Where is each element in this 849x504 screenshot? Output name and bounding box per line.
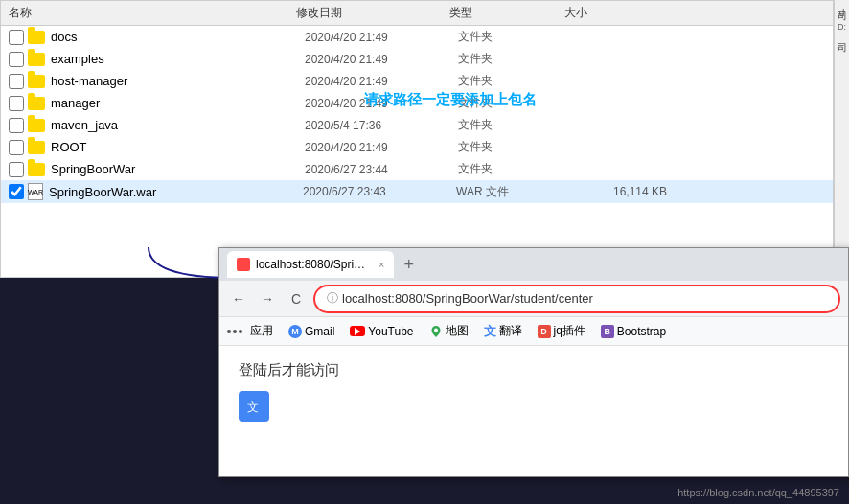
bookmark-maps[interactable]: 地图 [424, 321, 474, 341]
translate-icon: 文 [484, 323, 496, 340]
file-checkbox[interactable] [9, 96, 24, 111]
table-row[interactable]: examples2020/4/20 21:49文件夹 [1, 48, 833, 70]
table-row[interactable]: ROOT2020/4/20 21:49文件夹 [1, 136, 833, 158]
folder-icon [28, 119, 45, 132]
file-type: WAR 文件 [456, 184, 571, 200]
file-checkbox[interactable] [9, 30, 24, 45]
forward-button[interactable]: → [256, 287, 279, 310]
dark-bg-area [0, 278, 218, 504]
refresh-button[interactable]: C [285, 287, 308, 310]
table-row[interactable]: WARSpringBoorWar.war2020/6/27 23:43WAR 文… [1, 180, 833, 203]
right-sidebar: 司 d D: 司 [834, 0, 849, 278]
folder-icon [28, 31, 45, 44]
new-tab-button[interactable]: + [398, 255, 420, 275]
file-checkbox[interactable] [9, 184, 24, 199]
file-name: SpringBoorWar [51, 162, 305, 176]
dot [227, 330, 231, 333]
col-header-size: 大小 [564, 5, 660, 21]
browser-window: localhost:8080/SpringBoorWa... × + ← → C… [218, 247, 849, 477]
back-button[interactable]: ← [227, 287, 250, 310]
bookmark-gmail-label: Gmail [305, 325, 334, 338]
folder-icon [28, 53, 45, 66]
address-bar-input[interactable] [342, 291, 827, 306]
file-checkbox[interactable] [9, 162, 24, 177]
page-main-text: 登陆后才能访问 [239, 361, 829, 379]
table-row[interactable]: host-manager2020/4/20 21:49文件夹 [1, 70, 833, 92]
file-name: manager [51, 96, 305, 110]
bookmark-youtube[interactable]: YouTube [344, 323, 419, 340]
bookmark-translate-label: 翻译 [499, 323, 522, 339]
file-name: host-manager [51, 74, 305, 88]
table-row[interactable]: maven_java2020/5/4 17:36文件夹 [1, 114, 833, 136]
apps-label: 应用 [250, 323, 273, 339]
youtube-icon [350, 326, 365, 336]
bookmarks-bar: 应用 M Gmail YouTube 地图 文 翻译 [219, 317, 848, 346]
file-date: 2020/4/20 21:49 [305, 53, 458, 66]
file-type: 文件夹 [458, 51, 573, 67]
apps-grid-icon [227, 330, 242, 333]
file-type: 文件夹 [458, 139, 573, 155]
file-icon: WAR [28, 183, 43, 200]
browser-nav-bar: ← → C ⓘ [219, 281, 848, 317]
file-date: 2020/6/27 23:44 [305, 163, 458, 176]
file-type: 文件夹 [458, 161, 573, 177]
maps-icon [429, 325, 443, 338]
file-name: examples [51, 52, 305, 66]
tab-favicon-icon [237, 258, 250, 271]
table-row[interactable]: docs2020/4/20 21:49文件夹 [1, 26, 833, 48]
bookmark-youtube-label: YouTube [368, 325, 413, 338]
bookmark-jq[interactable]: D jq插件 [532, 321, 591, 341]
file-name: ROOT [51, 140, 305, 154]
tab-title: localhost:8080/SpringBoorWa... [256, 258, 371, 271]
bookmark-jq-label: jq插件 [554, 323, 585, 339]
col-header-type: 类型 [449, 5, 564, 21]
file-date: 2020/6/27 23:43 [303, 185, 456, 198]
bookmark-translate[interactable]: 文 翻译 [478, 321, 528, 342]
translate-widget-icon: 文 [239, 391, 269, 422]
gmail-icon: M [288, 325, 302, 338]
dot [239, 330, 242, 333]
file-date: 2020/4/20 21:49 [305, 31, 458, 44]
browser-tab-bar: localhost:8080/SpringBoorWa... × + [219, 248, 848, 281]
sidebar-char-2: d [839, 8, 845, 18]
col-header-name: 名称 [9, 5, 296, 21]
sidebar-char-3: D: [838, 22, 846, 32]
jq-icon: D [538, 325, 551, 338]
bookmark-gmail[interactable]: M Gmail [283, 323, 340, 340]
bookmark-bootstrap[interactable]: B Bootstrap [595, 323, 672, 340]
svg-point-1 [434, 328, 438, 332]
file-checkbox[interactable] [9, 140, 24, 155]
browser-tab[interactable]: localhost:8080/SpringBoorWa... × [227, 251, 394, 278]
col-header-date: 修改日期 [296, 5, 449, 21]
file-type: 文件夹 [458, 29, 573, 45]
folder-icon [28, 141, 45, 154]
dot [233, 330, 237, 333]
page-content: 登陆后才能访问 文 [219, 346, 848, 437]
file-date: 2020/4/20 21:49 [305, 141, 458, 154]
translate-widget[interactable]: 文 [239, 391, 829, 422]
folder-icon [28, 75, 45, 88]
table-row[interactable]: SpringBoorWar2020/6/27 23:44文件夹 [1, 158, 833, 180]
file-name: maven_java [51, 118, 305, 132]
watermark: https://blog.csdn.net/qq_44895397 [677, 487, 839, 498]
file-checkbox[interactable] [9, 118, 24, 133]
folder-icon [28, 163, 45, 176]
file-explorer: 名称 修改日期 类型 大小 docs2020/4/20 21:49文件夹exam… [0, 0, 834, 278]
file-list: docs2020/4/20 21:49文件夹examples2020/4/20 … [1, 26, 833, 265]
file-checkbox[interactable] [9, 74, 24, 89]
bookmark-maps-label: 地图 [446, 323, 469, 339]
file-date: 2020/4/20 21:49 [305, 75, 458, 88]
address-lock-icon: ⓘ [327, 290, 338, 307]
folder-icon [28, 97, 45, 110]
file-date: 2020/5/4 17:36 [305, 119, 458, 132]
tab-close-button[interactable]: × [379, 259, 384, 270]
annotation-bubble: 请求路径一定要添加上包名 [364, 91, 537, 109]
address-bar-wrapper[interactable]: ⓘ [313, 285, 840, 313]
file-type: 文件夹 [458, 73, 573, 89]
bootstrap-icon: B [601, 325, 614, 338]
file-size: 16,114 KB [571, 185, 667, 198]
bookmark-bootstrap-label: Bootstrap [617, 325, 666, 338]
file-type: 文件夹 [458, 117, 573, 133]
file-checkbox[interactable] [9, 52, 24, 67]
apps-launcher[interactable] [227, 330, 242, 333]
